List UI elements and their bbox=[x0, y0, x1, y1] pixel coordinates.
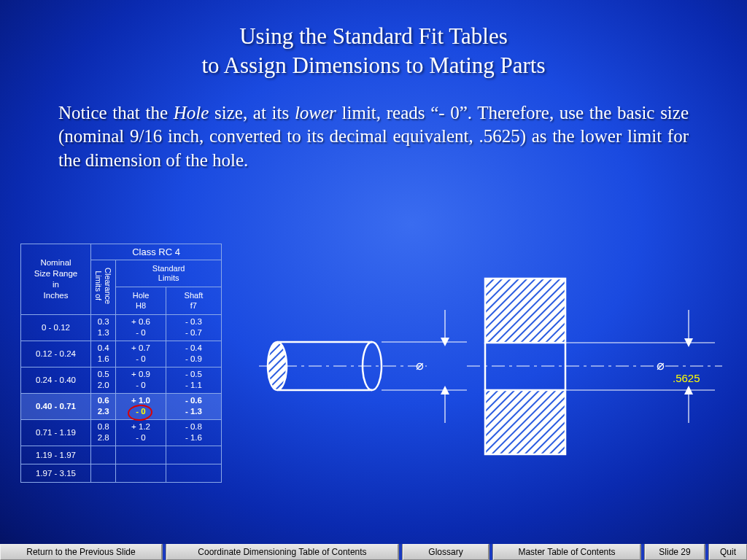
table-row: 1.19 - 1.97 bbox=[21, 446, 222, 464]
hole-cell: + 1.2- 0 bbox=[116, 419, 166, 446]
clearance-cell: 0.31.3 bbox=[91, 314, 116, 341]
diameter-symbol-shaft: ⌀ bbox=[416, 358, 424, 373]
svg-rect-10 bbox=[485, 279, 565, 343]
shaft-cell bbox=[166, 446, 221, 464]
svg-rect-11 bbox=[485, 390, 565, 454]
shaft-cell: - 0.6- 1.3 bbox=[166, 393, 221, 419]
range-cell: 0.12 - 0.24 bbox=[21, 341, 91, 367]
shaft-cell: - 0.3- 0.7 bbox=[166, 314, 221, 341]
hole-dimension-value: .5625 bbox=[673, 372, 700, 384]
coord-toc-button[interactable]: Coordinate Dimensioning Table of Content… bbox=[166, 544, 398, 560]
body-mid: size, at its bbox=[209, 103, 295, 122]
table-row: 0.40 - 0.710.62.3+ 1.0- 0- 0.6- 1.3 bbox=[21, 393, 222, 419]
table-row: 0.12 - 0.240.41.6+ 0.7- 0- 0.4- 0.9 bbox=[21, 341, 222, 367]
clearance-cell: 0.62.3 bbox=[91, 393, 116, 419]
range-cell: 0 - 0.12 bbox=[21, 314, 91, 341]
range-cell: 1.19 - 1.97 bbox=[21, 446, 91, 464]
clearance-cell: 0.82.8 bbox=[91, 419, 116, 446]
technical-diagram: ⌀ ⌀ .5625 bbox=[263, 270, 737, 489]
hole-cell bbox=[116, 464, 166, 482]
std-limits-header: StandardLimits bbox=[116, 260, 222, 287]
footer-nav: Return to the Previous Slide Coordinate … bbox=[0, 544, 747, 560]
body-hole-word: Hole bbox=[174, 103, 209, 122]
fit-table: Nominal Size Range in Inches Class RC 4 … bbox=[20, 244, 222, 483]
hole-col-header: HoleH8 bbox=[116, 287, 166, 314]
nominal-header: Nominal Size Range in Inches bbox=[21, 244, 91, 315]
shaft-cell: - 0.8- 1.6 bbox=[166, 419, 221, 446]
quit-button[interactable]: Quit bbox=[709, 544, 747, 560]
hole-cell: + 0.9- 0 bbox=[116, 367, 166, 393]
table-row: 0.71 - 1.190.82.8+ 1.2- 0- 0.8- 1.6 bbox=[21, 419, 222, 446]
slide-title: Using the Standard Fit Tables to Assign … bbox=[0, 0, 747, 81]
range-cell: 0.40 - 0.71 bbox=[21, 393, 91, 419]
diameter-symbol-hole: ⌀ bbox=[657, 358, 665, 373]
return-button[interactable]: Return to the Previous Slide bbox=[0, 544, 162, 560]
table-row: 0 - 0.120.31.3+ 0.6- 0- 0.3- 0.7 bbox=[21, 314, 222, 341]
clearance-cell: 0.52.0 bbox=[91, 367, 116, 393]
limits-header: Limits ofClearance bbox=[91, 260, 116, 315]
glossary-button[interactable]: Glossary bbox=[403, 544, 489, 560]
shaft-drawing bbox=[259, 310, 467, 423]
range-cell: 0.24 - 0.40 bbox=[21, 367, 91, 393]
range-cell: 1.97 - 3.15 bbox=[21, 464, 91, 482]
shaft-cell: - 0.5- 1.1 bbox=[166, 367, 221, 393]
clearance-cell bbox=[91, 446, 116, 464]
shaft-cell: - 0.4- 0.9 bbox=[166, 341, 221, 367]
clearance-cell bbox=[91, 464, 116, 482]
hole-cell: + 0.7- 0 bbox=[116, 341, 166, 367]
hole-cell: + 0.6- 0 bbox=[116, 314, 166, 341]
shaft-cell bbox=[166, 464, 221, 482]
table-row: 0.24 - 0.400.52.0+ 0.9- 0- 0.5- 1.1 bbox=[21, 367, 222, 393]
body-prefix: Notice that the bbox=[58, 103, 174, 122]
class-header: Class RC 4 bbox=[91, 244, 222, 260]
title-line-2: to Assign Dimensions to Mating Parts bbox=[201, 52, 545, 78]
table-row: 1.97 - 3.15 bbox=[21, 464, 222, 482]
body-paragraph: Notice that the Hole size, at its lower … bbox=[0, 81, 747, 173]
slide-number: Slide 29 bbox=[645, 544, 705, 560]
master-toc-button[interactable]: Master Table of Contents bbox=[493, 544, 640, 560]
body-lower-word: lower bbox=[295, 103, 336, 122]
range-cell: 0.71 - 1.19 bbox=[21, 419, 91, 446]
shaft-col-header: Shaftf7 bbox=[166, 287, 221, 314]
hole-cell bbox=[116, 446, 166, 464]
hole-drawing bbox=[467, 279, 722, 454]
clearance-cell: 0.41.6 bbox=[91, 341, 116, 367]
title-line-1: Using the Standard Fit Tables bbox=[239, 23, 508, 49]
